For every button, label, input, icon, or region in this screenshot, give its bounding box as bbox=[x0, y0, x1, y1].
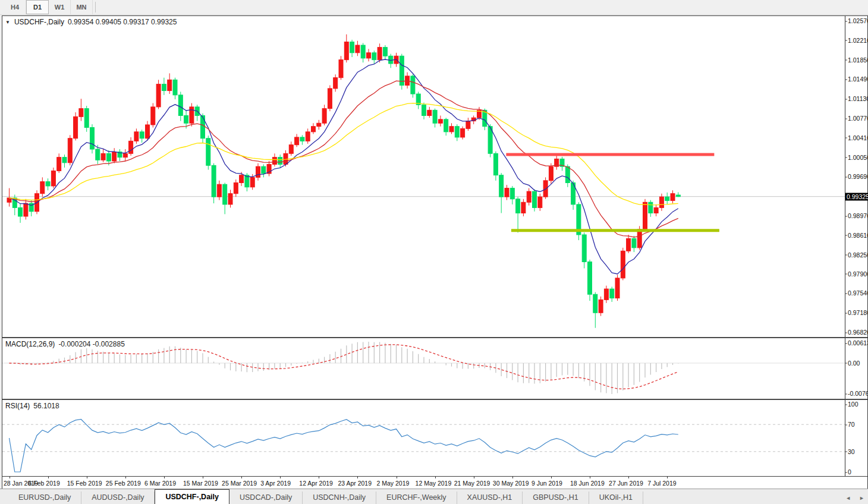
candle-body bbox=[593, 294, 597, 313]
candle-body bbox=[240, 175, 244, 183]
macd-axis-label: -0.00761 bbox=[848, 390, 868, 397]
candle-body bbox=[278, 158, 282, 165]
time-axis-label: 23 Apr 2019 bbox=[338, 480, 372, 487]
price-pane[interactable]: ▼ USDCHF-,Daily 0.99354 0.99405 0.99317 … bbox=[2, 16, 867, 337]
macd-axis-label: 0.00613 bbox=[848, 340, 868, 346]
candle-body bbox=[173, 80, 177, 95]
price-axis-label: 0.99690 bbox=[848, 174, 868, 180]
time-axis-label: 21 May 2019 bbox=[454, 480, 490, 487]
price-axis[interactable]: 1.025701.022101.018501.014901.011301.007… bbox=[845, 16, 867, 337]
candle-body bbox=[632, 238, 636, 247]
candle-body bbox=[588, 262, 592, 295]
time-axis-label: 7 Jul 2019 bbox=[647, 480, 676, 487]
candle-body bbox=[344, 42, 348, 60]
candle-body bbox=[312, 127, 316, 132]
candle-body bbox=[289, 145, 293, 154]
price-axis-label: 0.98610 bbox=[848, 232, 868, 238]
time-axis-tick bbox=[125, 477, 126, 478]
price-axis-tick bbox=[845, 40, 847, 41]
rsi-value: 56.1018 bbox=[33, 402, 59, 410]
rsi-axis[interactable]: 10070300 bbox=[845, 400, 867, 476]
tab-scroll-left-icon[interactable]: ◄ bbox=[845, 495, 851, 501]
macd-pane[interactable]: MACD(12,26,9) -0.000204 -0.002885 0.0061… bbox=[2, 338, 867, 399]
candle-body bbox=[129, 141, 133, 153]
candle-body bbox=[134, 132, 139, 141]
candle-body bbox=[610, 289, 614, 298]
tab-usdcad[interactable]: USDCAD-,Daily bbox=[229, 492, 303, 504]
time-axis-tick bbox=[48, 477, 49, 478]
time-axis[interactable]: 28 Jan 20196 Feb 201915 Feb 201925 Feb 2… bbox=[2, 477, 867, 489]
candle-body bbox=[676, 195, 680, 197]
candle-body bbox=[256, 166, 260, 177]
candle-body bbox=[317, 123, 321, 126]
tab-usdchf[interactable]: USDCHF-,Daily bbox=[155, 489, 229, 504]
candle-body bbox=[140, 132, 144, 138]
candle-body bbox=[322, 109, 326, 124]
tab-scroll-right-icon[interactable]: ► bbox=[859, 495, 864, 501]
toolbar-button-mn[interactable]: MN bbox=[71, 0, 93, 14]
rsi-axis-label: 70 bbox=[848, 421, 855, 428]
time-axis-tick bbox=[164, 477, 165, 478]
toolbar-button-h4[interactable]: H4 bbox=[4, 0, 26, 14]
time-axis-label: 25 Feb 2019 bbox=[106, 480, 141, 487]
macd-axis[interactable]: 0.006130.00-0.00761 bbox=[845, 338, 867, 399]
candle-body bbox=[74, 116, 78, 138]
macd-canvas[interactable] bbox=[2, 338, 845, 399]
rsi-axis-label: 100 bbox=[848, 401, 858, 408]
time-axis-label: 12 Apr 2019 bbox=[299, 480, 333, 487]
current-price-tag: 0.99325 bbox=[845, 193, 868, 200]
tab-ukoil[interactable]: UKOil-,H1 bbox=[589, 492, 643, 504]
candle-body bbox=[206, 138, 210, 166]
candle-body bbox=[449, 127, 454, 132]
candle-body bbox=[411, 76, 415, 94]
time-axis-label: 9 Jun 2019 bbox=[532, 480, 562, 487]
tab-audusd[interactable]: AUDUSD-,Daily bbox=[81, 492, 155, 504]
macd-axis-label: 0.00 bbox=[848, 360, 860, 366]
price-axis-tick bbox=[845, 255, 847, 256]
candle-body bbox=[444, 119, 448, 132]
rsi-canvas[interactable] bbox=[2, 400, 845, 476]
tab-gbpusd[interactable]: GBPUSD-,H1 bbox=[523, 492, 589, 504]
price-axis-tick bbox=[845, 99, 847, 99]
price-axis-label: 0.98250 bbox=[848, 251, 868, 258]
tab-eurusd[interactable]: EURUSD-,Daily bbox=[8, 492, 81, 504]
price-chart-canvas[interactable] bbox=[2, 16, 845, 337]
price-axis-tick bbox=[845, 60, 847, 61]
price-axis-label: 1.01490 bbox=[848, 76, 868, 83]
tab-xauusd[interactable]: XAUUSD-,H1 bbox=[457, 492, 523, 504]
toolbar-button-w1[interactable]: W1 bbox=[49, 0, 71, 14]
candle-body bbox=[228, 194, 232, 204]
candle-body bbox=[615, 278, 619, 298]
macd-axis-tick bbox=[845, 363, 847, 364]
candle-body bbox=[516, 199, 520, 213]
toolbar-button-d1[interactable]: D1 bbox=[26, 0, 49, 14]
rsi-pane[interactable]: RSI(14) 56.1018 10070300 bbox=[2, 400, 867, 477]
candle-body bbox=[168, 80, 172, 90]
price-axis-tick bbox=[845, 79, 847, 80]
candle-body bbox=[493, 153, 498, 175]
price-axis-tick bbox=[845, 118, 847, 119]
chart-title-dropdown-icon[interactable]: ▼ bbox=[5, 20, 10, 25]
candle-body bbox=[671, 194, 675, 201]
time-axis-label: 27 Jun 2019 bbox=[609, 480, 643, 487]
time-axis-tick bbox=[474, 477, 474, 478]
time-axis-tick bbox=[357, 477, 358, 478]
candle-body bbox=[627, 238, 631, 251]
candle-body bbox=[162, 84, 166, 91]
candle-body bbox=[79, 109, 83, 117]
time-axis-tick bbox=[628, 477, 629, 478]
price-axis-tick bbox=[845, 216, 847, 216]
tab-scroll-arrows: ◄ ► bbox=[845, 495, 864, 501]
time-axis-tick bbox=[10, 477, 10, 478]
tab-eurchf[interactable]: EURCHF-,Weekly bbox=[376, 492, 457, 504]
rsi-name: RSI(14) bbox=[5, 402, 30, 410]
rsi-axis-label: 30 bbox=[848, 448, 855, 455]
macd-axis-tick bbox=[845, 343, 847, 344]
candle-body bbox=[46, 182, 50, 186]
price-axis-tick bbox=[845, 313, 847, 313]
candle-body bbox=[18, 207, 23, 216]
tab-usdcnh[interactable]: USDCNH-,Daily bbox=[303, 492, 376, 504]
candle-body bbox=[101, 153, 105, 160]
candle-body bbox=[599, 300, 603, 313]
candle-body bbox=[433, 110, 437, 123]
